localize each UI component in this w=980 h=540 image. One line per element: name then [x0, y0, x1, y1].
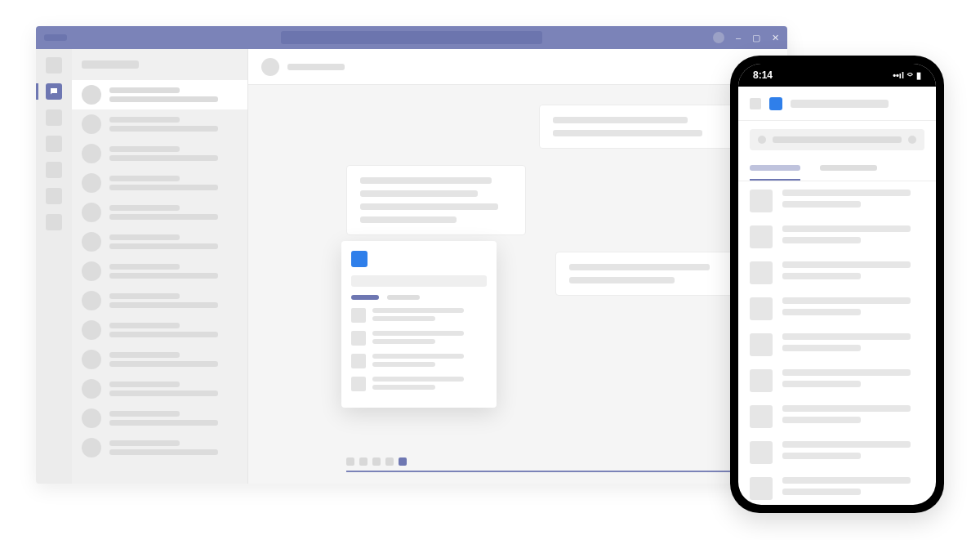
chat-preview: [109, 214, 218, 220]
rail-item-calendar[interactable]: [46, 136, 62, 152]
chat-preview: [109, 243, 218, 249]
chat-preview: [109, 420, 218, 426]
rail-item-files[interactable]: [46, 162, 62, 178]
result-thumb: [750, 190, 773, 212]
chat-list-item[interactable]: [72, 80, 247, 109]
compose-action[interactable]: [372, 457, 381, 466]
conversation-avatar[interactable]: [261, 58, 279, 76]
message-bubble[interactable]: [555, 252, 751, 296]
compose-action[interactable]: [399, 457, 407, 466]
result-title: [782, 477, 911, 484]
chat-name: [109, 323, 180, 328]
chat-list-item[interactable]: [72, 198, 247, 227]
chat-list-item[interactable]: [72, 139, 247, 168]
conversation-scroll[interactable]: [248, 85, 787, 484]
rail-item-activity[interactable]: [46, 57, 62, 74]
wifi-icon: ⌔: [907, 70, 913, 80]
extension-result-item[interactable]: [351, 308, 487, 323]
result-title: [372, 354, 464, 359]
chat-name: [109, 411, 180, 417]
message-text-line: [360, 190, 478, 197]
mobile-search-input[interactable]: [750, 129, 924, 150]
rail-item-teams[interactable]: [46, 109, 62, 126]
extension-tab-2[interactable]: [387, 295, 420, 300]
chat-avatar: [82, 379, 101, 399]
extension-tabs: [351, 295, 487, 300]
mobile-result-item[interactable]: [750, 261, 924, 284]
chat-avatar: [82, 85, 101, 105]
mobile-result-item[interactable]: [750, 225, 924, 248]
mobile-result-item[interactable]: [750, 297, 924, 320]
chat-list-item[interactable]: [72, 374, 247, 404]
chat-avatar: [82, 144, 101, 163]
minimize-button[interactable]: –: [736, 33, 741, 42]
result-title: [782, 225, 911, 232]
clear-icon[interactable]: [908, 136, 916, 144]
current-user-avatar[interactable]: [713, 32, 724, 43]
chat-name: [109, 205, 180, 211]
chat-list-item[interactable]: [72, 227, 247, 257]
result-thumb: [750, 477, 773, 500]
chat-list-item[interactable]: [72, 433, 247, 462]
chat-name: [109, 176, 180, 181]
mobile-result-item[interactable]: [750, 190, 924, 212]
mobile-result-list[interactable]: [738, 181, 936, 505]
result-thumb: [750, 441, 773, 464]
chat-list-item[interactable]: [72, 168, 247, 198]
app-rail: [36, 49, 72, 484]
app-menu-placeholder: [44, 34, 67, 41]
result-subtitle: [782, 453, 861, 459]
result-subtitle: [782, 417, 861, 423]
mobile-result-item[interactable]: [750, 333, 924, 356]
result-title: [782, 405, 911, 412]
chat-list-item[interactable]: [72, 286, 247, 315]
close-button[interactable]: ✕: [772, 33, 779, 42]
mobile-result-item[interactable]: [750, 405, 924, 428]
extension-result-item[interactable]: [351, 377, 487, 391]
result-subtitle: [372, 316, 435, 321]
rail-item-more[interactable]: [46, 214, 62, 230]
message-bubble[interactable]: [539, 105, 751, 149]
back-button[interactable]: [750, 98, 761, 109]
mobile-result-item[interactable]: [750, 369, 924, 392]
chat-list-item[interactable]: [72, 404, 247, 433]
extension-result-item[interactable]: [351, 354, 487, 368]
message-text-line: [569, 277, 675, 283]
extension-tab-1[interactable]: [351, 295, 379, 300]
chat-list-item[interactable]: [72, 315, 247, 345]
global-search-input[interactable]: [281, 31, 542, 44]
chat-list-item[interactable]: [72, 109, 247, 139]
mobile-result-item[interactable]: [750, 477, 924, 500]
result-title: [372, 331, 464, 336]
chat-avatar: [82, 173, 101, 193]
compose-action[interactable]: [346, 457, 354, 466]
conversation-title: [287, 64, 345, 70]
extension-search-input[interactable]: [351, 275, 487, 287]
message-bubble[interactable]: [346, 165, 526, 235]
chat-avatar: [82, 114, 101, 134]
notch: [792, 64, 882, 80]
compose-box[interactable]: [346, 444, 751, 472]
mobile-tab-2[interactable]: [820, 158, 877, 181]
result-subtitle: [372, 385, 435, 390]
result-thumb: [750, 261, 773, 284]
chat-preview: [109, 155, 218, 161]
chat-name: [109, 234, 180, 240]
extension-result-item[interactable]: [351, 331, 487, 346]
message-text-line: [553, 130, 702, 136]
chat-list-item[interactable]: [72, 257, 247, 286]
mobile-screen: 8:14 ••ıl ⌔ ▮: [738, 64, 936, 505]
chat-preview: [109, 96, 218, 102]
compose-action[interactable]: [385, 457, 394, 466]
rail-item-apps[interactable]: [46, 188, 62, 204]
maximize-button[interactable]: ▢: [752, 33, 760, 42]
chat-preview: [109, 390, 218, 396]
mobile-result-item[interactable]: [750, 441, 924, 464]
result-title: [372, 377, 464, 382]
mobile-tab-1[interactable]: [750, 158, 800, 181]
result-subtitle: [782, 309, 861, 315]
compose-action[interactable]: [359, 457, 368, 466]
result-subtitle: [372, 362, 435, 367]
rail-item-chat[interactable]: [46, 83, 62, 100]
chat-list-item[interactable]: [72, 345, 247, 374]
